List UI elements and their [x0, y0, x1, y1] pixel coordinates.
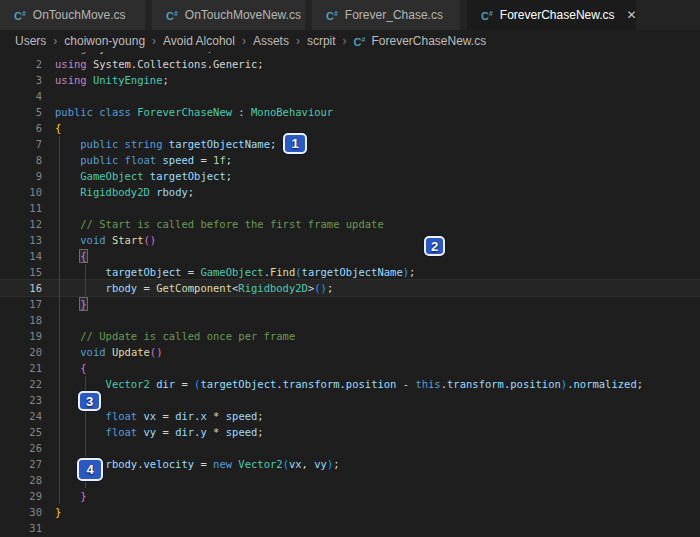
line-number: 26	[0, 440, 55, 456]
chevron-right-icon: ›	[343, 34, 347, 48]
line-number: 3	[0, 72, 55, 88]
code-line-9[interactable]: 9 GameObject targetObject;	[0, 168, 700, 184]
code-line-13[interactable]: 13 void Start()	[0, 232, 700, 248]
code-text: using UnityEngine;	[55, 72, 700, 88]
line-number: 4	[0, 88, 55, 104]
code-line-28[interactable]: 28	[0, 472, 700, 488]
tab-label: Forever_Chase.cs	[345, 8, 443, 22]
code-text	[55, 88, 700, 104]
code-line-15[interactable]: 15 targetObject = GameObject.Find(target…	[0, 264, 700, 280]
line-number: 22	[0, 376, 55, 392]
code-text: }	[55, 488, 700, 504]
tab-ontouchmovenew[interactable]: C# OnTouchMoveNew.cs	[152, 0, 305, 30]
chevron-right-icon: ›	[152, 34, 156, 48]
line-number: 21	[0, 360, 55, 376]
code-line-26[interactable]: 26	[0, 440, 700, 456]
line-number: 9	[0, 168, 55, 184]
code-text	[55, 312, 700, 328]
breadcrumb-choiwon-young[interactable]: choiwon-young	[64, 34, 145, 48]
line-number: 19	[0, 328, 55, 344]
vscode-window: C# OnTouchMove.cs C# OnTouchMoveNew.cs C…	[0, 0, 700, 537]
tab-label: OnTouchMove.cs	[33, 8, 126, 22]
code-line-8[interactable]: 8 public float speed = 1f;	[0, 152, 700, 168]
tab-forever-chase[interactable]: C# Forever_Chase.cs	[312, 0, 460, 30]
code-text: {	[55, 120, 700, 136]
code-text: public class ForeverChaseNew : MonoBehav…	[55, 104, 700, 120]
annotation-badge-4: 4	[77, 458, 103, 481]
line-number: 24	[0, 408, 55, 424]
code-line-7[interactable]: 7 public string targetObjectName;	[0, 136, 700, 152]
code-text: }	[55, 504, 700, 520]
code-line-19[interactable]: 19 // Update is called once per frame	[0, 328, 700, 344]
annotation-badge-3: 3	[78, 391, 101, 411]
line-number: 14	[0, 248, 55, 264]
tab-ontouchmove[interactable]: C# OnTouchMove.cs	[0, 0, 145, 30]
code-line-21[interactable]: 21 {	[0, 360, 700, 376]
tab-label: ForeverChaseNew.cs	[500, 8, 615, 22]
code-text: public string targetObjectName;	[55, 136, 700, 152]
line-number: 17	[0, 296, 55, 312]
code-line-22[interactable]: 22 Vector2 dir = (targetObject.transform…	[0, 376, 700, 392]
csharp-icon: C#	[166, 8, 178, 22]
code-text: float vx = dir.x * speed;	[55, 408, 700, 424]
code-text: GameObject targetObject;	[55, 168, 700, 184]
code-line-27[interactable]: 27 rbody.velocity = new Vector2(vx, vy);	[0, 456, 700, 472]
code-line-2[interactable]: 2using System.Collections.Generic;	[0, 56, 700, 72]
code-line-6[interactable]: 6{	[0, 120, 700, 136]
code-line-25[interactable]: 25 float vy = dir.y * speed;	[0, 424, 700, 440]
code-line-11[interactable]: 11	[0, 200, 700, 216]
annotation-badge-1: 1	[283, 133, 307, 154]
line-number: 11	[0, 200, 55, 216]
code-text: void Update()	[55, 344, 700, 360]
code-line-16[interactable]: 16 rbody = GetComponent<Rigidbody2D>();	[0, 280, 700, 296]
code-line-23[interactable]: 23	[0, 392, 700, 408]
code-text: using System.Collections.Generic;	[55, 56, 700, 72]
line-number: 6	[0, 120, 55, 136]
code-text: rbody = GetComponent<Rigidbody2D>();	[55, 280, 700, 296]
chevron-right-icon: ›	[296, 34, 300, 48]
code-line-12[interactable]: 12 // Start is called before the first f…	[0, 216, 700, 232]
line-number: 16	[0, 280, 55, 296]
code-line-31[interactable]: 31	[0, 520, 700, 536]
code-text: void Start()	[55, 232, 700, 248]
code-editor[interactable]: 1using System.Collections;2using System.…	[0, 30, 700, 537]
code-text: rbody.velocity = new Vector2(vx, vy);	[55, 456, 700, 472]
code-line-5[interactable]: 5public class ForeverChaseNew : MonoBeha…	[0, 104, 700, 120]
code-line-17[interactable]: 17 }	[0, 296, 700, 312]
tab-label: OnTouchMoveNew.cs	[185, 8, 301, 22]
code-text	[55, 472, 700, 488]
code-line-24[interactable]: 24 float vx = dir.x * speed;	[0, 408, 700, 424]
code-line-4[interactable]: 4	[0, 88, 700, 104]
breadcrumb-avoid-alcohol[interactable]: Avoid Alcohol	[163, 34, 235, 48]
code-line-18[interactable]: 18	[0, 312, 700, 328]
code-text: // Update is called once per frame	[55, 328, 700, 344]
code-line-10[interactable]: 10 Rigidbody2D rbody;	[0, 184, 700, 200]
code-text: public float speed = 1f;	[55, 152, 700, 168]
line-number: 23	[0, 392, 55, 408]
code-line-3[interactable]: 3using UnityEngine;	[0, 72, 700, 88]
line-number: 2	[0, 56, 55, 72]
breadcrumb-scrpit[interactable]: scrpit	[307, 34, 336, 48]
csharp-icon: C#	[354, 34, 366, 48]
breadcrumb-users[interactable]: Users	[15, 34, 46, 48]
breadcrumb-assets[interactable]: Assets	[253, 34, 289, 48]
line-number: 5	[0, 104, 55, 120]
code-text: Vector2 dir = (targetObject.transform.po…	[55, 376, 700, 392]
code-line-30[interactable]: 30}	[0, 504, 700, 520]
code-line-29[interactable]: 29 }	[0, 488, 700, 504]
tab-foreverchasenew-active[interactable]: C# ForeverChaseNew.cs ✕	[467, 0, 636, 30]
code-line-20[interactable]: 20 void Update()	[0, 344, 700, 360]
csharp-icon: C#	[326, 8, 338, 22]
code-line-14[interactable]: 14 {	[0, 248, 700, 264]
tab-bar: C# OnTouchMove.cs C# OnTouchMoveNew.cs C…	[0, 0, 700, 30]
code-text: float vy = dir.y * speed;	[55, 424, 700, 440]
code-text	[55, 440, 700, 456]
line-number: 20	[0, 344, 55, 360]
line-number: 25	[0, 424, 55, 440]
close-icon[interactable]: ✕	[625, 7, 639, 23]
annotation-badge-2: 2	[424, 236, 445, 256]
breadcrumb-file[interactable]: ForeverChaseNew.cs	[371, 34, 486, 48]
chevron-right-icon: ›	[53, 34, 57, 48]
breadcrumb: Users › choiwon-young › Avoid Alcohol › …	[0, 30, 700, 52]
code-lines[interactable]: 1using System.Collections;2using System.…	[0, 30, 700, 536]
